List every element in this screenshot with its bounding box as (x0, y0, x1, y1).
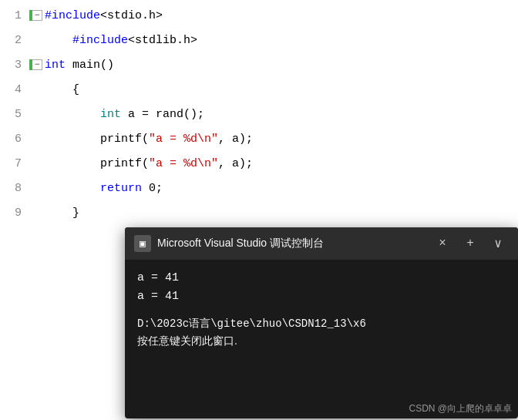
line-number-3: 3 (0, 59, 29, 72)
terminal-icon-symbol: ▣ (140, 237, 146, 250)
terminal-path: D:\2023c语言\gitee\zhuo\CSDN12_13\x6 (137, 315, 506, 332)
line-number-9: 9 (0, 207, 29, 220)
terminal-titlebar: ▣ Microsoft Visual Studio 调试控制台 × + ∨ (125, 227, 518, 260)
watermark: CSDN @向上爬的卓卓卓 (409, 402, 512, 415)
terminal-app-icon: ▣ (134, 235, 151, 252)
terminal-window: ▣ Microsoft Visual Studio 调试控制台 × + ∨ a … (125, 227, 518, 418)
line-code-1: #include<stdio.h> (45, 9, 518, 22)
line-code-5: int a = rand(); (45, 108, 518, 121)
line-code-7: printf("a = %d\n", a); (45, 157, 518, 170)
line-number-4: 4 (0, 83, 29, 96)
terminal-output-line-2: a = 41 (137, 287, 506, 306)
line-code-2: #include<stdlib.h> (45, 34, 518, 47)
editor-container: 1 − #include<stdio.h> 2 #include<stdlib.… (0, 0, 518, 420)
terminal-close-button[interactable]: × (432, 233, 453, 254)
terminal-add-button[interactable]: + (459, 233, 481, 254)
line-number-7: 7 (0, 157, 29, 170)
code-line-7: 7 printf("a = %d\n", a); (0, 151, 518, 176)
code-line-4: 4 { (0, 77, 518, 102)
code-line-8: 8 return 0; (0, 176, 518, 200)
terminal-output-line-1: a = 41 (137, 269, 506, 287)
code-line-6: 6 printf("a = %d\n", a); (0, 126, 518, 151)
code-editor: 1 − #include<stdio.h> 2 #include<stdlib.… (0, 0, 518, 225)
code-line-1: 1 − #include<stdio.h> (0, 3, 518, 28)
line-gutter-3: − (29, 59, 45, 70)
code-line-2: 2 #include<stdlib.h> (0, 28, 518, 52)
line-number-6: 6 (0, 133, 29, 146)
line-number-2: 2 (0, 34, 29, 47)
line-code-3: int main() (45, 59, 518, 72)
terminal-title: Microsoft Visual Studio 调试控制台 (157, 237, 426, 250)
terminal-menu-button[interactable]: ∨ (487, 233, 509, 254)
line-code-8: return 0; (45, 182, 518, 195)
line-number-8: 8 (0, 182, 29, 195)
collapse-btn-1[interactable]: − (32, 10, 42, 21)
green-bar-3 (29, 59, 32, 70)
green-bar (29, 10, 32, 21)
code-line-3: 3 − int main() (0, 52, 518, 77)
line-code-4: { (45, 83, 518, 96)
terminal-hint: 按任意键关闭此窗口. (137, 332, 506, 349)
terminal-body: a = 41 a = 41 D:\2023c语言\gitee\zhuo\CSDN… (125, 260, 518, 359)
collapse-btn-3[interactable]: − (32, 59, 42, 70)
line-number-5: 5 (0, 108, 29, 121)
line-number-1: 1 (0, 9, 29, 22)
code-line-5: 5 int a = rand(); (0, 102, 518, 126)
line-gutter-1: − (29, 10, 45, 21)
line-code-6: printf("a = %d\n", a); (45, 133, 518, 146)
code-line-9: 9 } (0, 200, 518, 225)
line-code-9: } (45, 207, 518, 220)
